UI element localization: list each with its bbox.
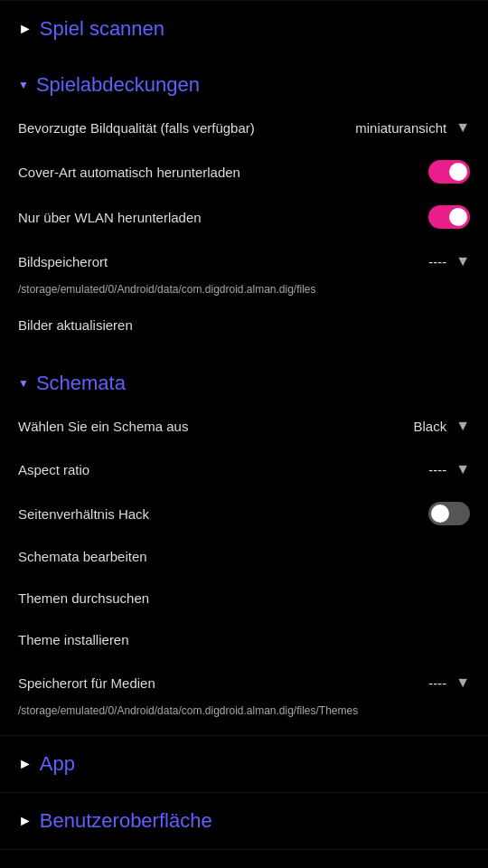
spielabdeckungen-content: Bevorzugte Bildqualität (falls verfügbar… (0, 106, 488, 355)
section-app-header[interactable]: ► App (0, 735, 488, 792)
speicherort-medien-value: ---- (428, 675, 446, 691)
seitenverhaeltnis-hack-toggle-knob (431, 505, 449, 523)
bildspeicherort-arrow-icon: ▼ (455, 253, 470, 269)
wlan-toggle-knob (449, 208, 467, 226)
collapse-arrow-spielabdeckungen: ▼ (18, 79, 29, 91)
section-spiel-scannen: ► Spiel scannen (0, 0, 488, 57)
bildqualitaet-label: Bevorzugte Bildqualität (falls verfügbar… (18, 120, 355, 136)
seitenverhaeltnis-hack-label: Seitenverhältnis Hack (18, 506, 428, 522)
section-geraet: ► Gerät (0, 849, 488, 868)
wlan-label: Nur über WLAN herunterladen (18, 210, 428, 225)
collapse-arrow-schemata: ▼ (18, 377, 29, 390)
aspect-ratio-row[interactable]: Aspect ratio ---- ▼ (0, 448, 488, 491)
section-title-app: App (40, 752, 75, 776)
section-title-spielabdeckungen: Spielabdeckungen (36, 73, 200, 97)
section-title-benutzeroberflaeche: Benutzeroberfläche (40, 809, 212, 833)
speicherort-medien-path: /storage/emulated/0/Android/data/com.dig… (0, 704, 488, 726)
aspect-ratio-label: Aspect ratio (18, 462, 428, 477)
cover-art-row: Cover-Art automatisch herunterladen (0, 149, 488, 194)
schemata-bearbeiten-label: Schemata bearbeiten (18, 549, 147, 564)
speicherort-medien-label: Speicherort für Medien (18, 675, 428, 691)
bildspeicherort-row[interactable]: Bildspeicherort ---- ▼ (0, 240, 488, 283)
section-app: ► App (0, 735, 488, 792)
schema-select-dropdown[interactable]: Black ▼ (413, 418, 470, 434)
theme-installieren-row[interactable]: Theme installieren (0, 619, 488, 661)
section-benutzeroberflaeche-header[interactable]: ► Benutzeroberfläche (0, 792, 488, 849)
aspect-ratio-arrow-icon: ▼ (455, 461, 470, 477)
cover-art-toggle-knob (449, 163, 467, 181)
section-geraet-header[interactable]: ► Gerät (0, 849, 488, 868)
schemata-content: Wählen Sie ein Schema aus Black ▼ Aspect… (0, 404, 488, 735)
bildqualitaet-value: miniaturansicht (355, 120, 446, 136)
bildspeicherort-path: /storage/emulated/0/Android/data/com.dig… (0, 283, 488, 305)
bilder-aktualisieren-label: Bilder aktualisieren (18, 317, 133, 333)
themen-durchsuchen-row[interactable]: Themen durchsuchen (0, 578, 488, 619)
section-schemata: ▼ Schemata Wählen Sie ein Schema aus Bla… (0, 355, 488, 735)
section-spiel-scannen-header[interactable]: ► Spiel scannen (0, 0, 488, 57)
cover-art-label: Cover-Art automatisch herunterladen (18, 165, 428, 180)
seitenverhaeltnis-hack-row: Seitenverhältnis Hack (0, 491, 488, 536)
schema-select-label: Wählen Sie ein Schema aus (18, 419, 413, 434)
schemata-bearbeiten-row[interactable]: Schemata bearbeiten (0, 536, 488, 578)
collapse-arrow-benutzeroberflaeche: ► (18, 813, 33, 829)
cover-art-toggle[interactable] (428, 160, 470, 184)
schema-select-value: Black (413, 419, 446, 434)
speicherort-medien-arrow-icon: ▼ (455, 675, 470, 691)
bildspeicherort-value: ---- (428, 254, 446, 269)
wlan-toggle[interactable] (428, 205, 470, 229)
bildspeicherort-dropdown[interactable]: ---- ▼ (428, 253, 470, 269)
speicherort-medien-row[interactable]: Speicherort für Medien ---- ▼ (0, 661, 488, 704)
seitenverhaeltnis-hack-toggle[interactable] (428, 502, 470, 525)
section-spielabdeckungen: ▼ Spielabdeckungen Bevorzugte Bildqualit… (0, 57, 488, 355)
schema-select-row[interactable]: Wählen Sie ein Schema aus Black ▼ (0, 404, 488, 448)
collapse-arrow-spiel-scannen: ► (18, 21, 33, 37)
section-title-schemata: Schemata (36, 372, 126, 395)
bilder-aktualisieren-row[interactable]: Bilder aktualisieren (0, 305, 488, 346)
section-title-spiel-scannen: Spiel scannen (40, 17, 164, 41)
aspect-ratio-dropdown[interactable]: ---- ▼ (428, 461, 470, 477)
bildqualitaet-dropdown[interactable]: miniaturansicht ▼ (355, 119, 470, 136)
section-benutzeroberflaeche: ► Benutzeroberfläche (0, 792, 488, 849)
wlan-row: Nur über WLAN herunterladen (0, 194, 488, 240)
section-schemata-header[interactable]: ▼ Schemata (0, 355, 488, 404)
collapse-arrow-app: ► (18, 756, 33, 772)
speicherort-medien-dropdown[interactable]: ---- ▼ (428, 675, 470, 691)
bildqualitaet-arrow-icon: ▼ (455, 119, 470, 136)
themen-durchsuchen-label: Themen durchsuchen (18, 590, 149, 606)
schema-select-arrow-icon: ▼ (455, 418, 470, 434)
bildspeicherort-label: Bildspeicherort (18, 254, 428, 269)
theme-installieren-label: Theme installieren (18, 632, 129, 647)
aspect-ratio-value: ---- (428, 462, 446, 477)
section-spielabdeckungen-header[interactable]: ▼ Spielabdeckungen (0, 57, 488, 106)
bildqualitaet-row[interactable]: Bevorzugte Bildqualität (falls verfügbar… (0, 106, 488, 149)
